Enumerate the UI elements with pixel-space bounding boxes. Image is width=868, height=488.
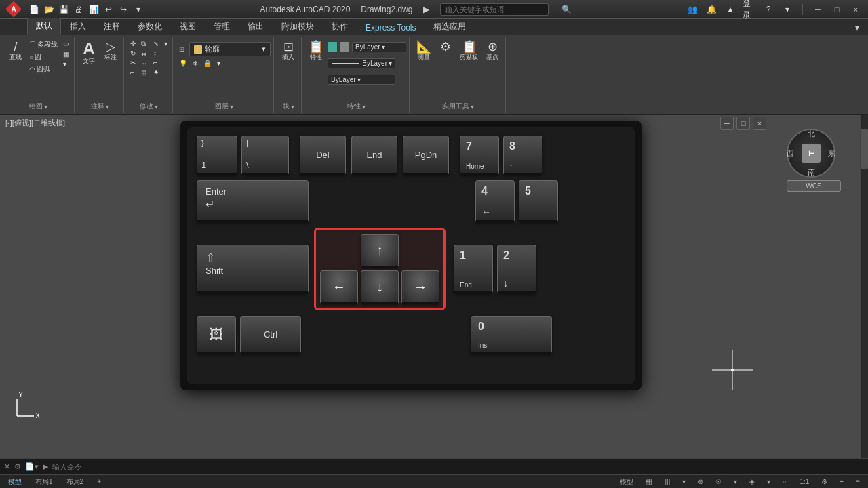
measure-button[interactable]: 📐 测量 [414, 39, 434, 63]
tab-view[interactable]: 视图 [171, 18, 205, 35]
group-annotate-label[interactable]: 注释▾ [79, 100, 121, 113]
view-close-button[interactable]: × [753, 117, 766, 130]
notification-button[interactable]: 🔔 [705, 3, 718, 16]
polyline-button[interactable]: ⌒多段线 [27, 39, 60, 50]
undo-button[interactable]: ↩ [102, 3, 115, 16]
update-button[interactable]: ▲ [724, 3, 737, 16]
tab-express[interactable]: Express Tools [357, 20, 425, 35]
scrollbar-thumb[interactable] [861, 129, 868, 169]
polar-button[interactable]: ☉ [711, 476, 726, 487]
layer-more[interactable]: ▾ [215, 59, 222, 68]
scale-button[interactable]: ⤡ [151, 39, 161, 48]
tab-addins[interactable]: 附加模块 [273, 18, 323, 35]
utility2-button[interactable]: ⚙ [435, 39, 456, 54]
ortho-button[interactable]: ⊕ [694, 476, 707, 487]
rect-button[interactable]: ▭ [61, 39, 71, 48]
tab-output[interactable]: 输出 [239, 18, 273, 35]
tab-model[interactable]: 模型 [4, 476, 26, 487]
bylayer-lineweight[interactable]: ByLayer▾ [328, 75, 395, 85]
polar-options[interactable]: ▾ [730, 476, 741, 487]
layer-off-button[interactable]: 💡 [177, 59, 189, 68]
new-button[interactable]: 📄 [27, 3, 41, 16]
group-layers-label[interactable]: 图层▾ [177, 100, 271, 113]
view-maximize-button[interactable]: □ [736, 117, 750, 130]
circle-button[interactable]: ○圆 [27, 52, 60, 62]
search-input[interactable] [440, 3, 549, 16]
bylayer-linetype[interactable]: ByLayer▾ [328, 58, 395, 68]
snap-button[interactable]: ||| [660, 476, 674, 487]
tab-parametric[interactable]: 参数化 [129, 18, 171, 35]
cmd-settings-icon[interactable]: ⚙ [14, 462, 21, 471]
osnap-button[interactable]: ◈ [745, 476, 759, 487]
layer-dropdown[interactable]: 轮廓 ▾ [189, 42, 271, 56]
modify-more[interactable]: ▾ [162, 39, 170, 48]
trim-button[interactable]: ✂ [128, 58, 138, 67]
view-minimize-button[interactable]: ─ [720, 117, 734, 130]
group-properties-label[interactable]: 特性▾ [306, 100, 406, 113]
base-button[interactable]: ⊕ 基点 [482, 39, 502, 63]
move-button[interactable]: ✛ [128, 39, 138, 48]
group-draw-label[interactable]: 绘图▾ [5, 100, 71, 113]
layer-properties-button[interactable]: ⊞ [177, 45, 186, 54]
model-space-button[interactable]: 模型 [616, 476, 637, 487]
draw-more[interactable]: ▾ [61, 60, 71, 68]
key-arrow-down[interactable]: ↓ [361, 270, 399, 304]
snap-options[interactable]: ▾ [678, 476, 690, 487]
ribbon-options[interactable]: ▾ [846, 20, 868, 35]
compass-center-button[interactable]: ⊢ [802, 144, 821, 163]
bylayer-color[interactable]: ByLayer▾ [352, 42, 406, 52]
fillet-button[interactable]: ⌐ [128, 68, 138, 77]
minimize-button[interactable]: ─ [811, 3, 825, 16]
settings-button[interactable]: ⚙ [817, 476, 831, 487]
group-modify-label[interactable]: 修改▾ [128, 100, 170, 113]
rotate-button[interactable]: ↻ [128, 49, 138, 58]
saveall-button[interactable]: 🖨 [72, 3, 85, 16]
search-icon[interactable]: 🔍 [559, 3, 573, 16]
close-button[interactable]: × [849, 3, 863, 16]
plot-button[interactable]: 📊 [87, 3, 100, 16]
array-button[interactable]: ⊞ [139, 68, 150, 77]
copy-button[interactable]: ⧉ [139, 39, 150, 49]
tab-layout2[interactable]: 布局2 [62, 476, 88, 487]
vertical-scrollbar[interactable] [860, 115, 868, 458]
key-arrow-right[interactable]: → [401, 270, 439, 304]
command-input[interactable] [52, 463, 864, 471]
tab-insert[interactable]: 插入 [61, 18, 95, 35]
explode-button[interactable]: ✦ [151, 68, 161, 77]
redo-button[interactable]: ↪ [117, 3, 130, 16]
clipboard-button[interactable]: 📋 剪贴板 [457, 39, 481, 63]
osnap-options[interactable]: ▾ [763, 476, 774, 487]
scale-display[interactable]: 1:1 [795, 476, 813, 487]
layer-lock-button[interactable]: 🔒 [201, 59, 214, 68]
command-line[interactable]: ✕ ⚙ 📄▾ ▶ [0, 458, 868, 474]
insert-button[interactable]: ⊡ 插入 [278, 39, 298, 63]
group-utilities-label[interactable]: 实用工具▾ [414, 100, 502, 113]
save-button[interactable]: 💾 [57, 3, 71, 16]
wcs-label[interactable]: WCS [787, 180, 841, 192]
cmd-arrow-icon[interactable]: ▶ [43, 462, 48, 471]
drawing-area[interactable]: [-][俯视][二维线框] ─ □ × 北 南 东 西 ⊢ WCS } [0, 115, 868, 458]
chamfer-button[interactable]: ⌐ [151, 58, 161, 67]
properties-button[interactable]: 📋 特性 [306, 39, 326, 87]
key-arrow-left[interactable]: ← [320, 270, 358, 304]
tab-annotate[interactable]: 注释 [95, 18, 129, 35]
mirror-button[interactable]: ⇔ [139, 49, 150, 58]
text-button[interactable]: A 文字 [79, 39, 99, 67]
cmd-log-icon[interactable]: 📄▾ [25, 462, 39, 471]
grid-button[interactable]: 栅 [642, 476, 656, 487]
group-block-label[interactable]: 块▾ [278, 100, 298, 113]
tab-layout1[interactable]: 布局1 [31, 476, 57, 487]
extend-button[interactable]: ↔ [139, 59, 150, 68]
maximize-button[interactable]: □ [830, 3, 844, 16]
tab-collaborate[interactable]: 协作 [323, 18, 357, 35]
mark-button[interactable]: ▷ 标注 [100, 39, 121, 63]
status-menu[interactable]: ≡ [852, 476, 864, 487]
layer-freeze-button[interactable]: ❄ [191, 59, 200, 68]
arc-button[interactable]: ◠圆弧 [27, 64, 60, 75]
help-button[interactable]: ? [762, 3, 775, 16]
qat-expand[interactable]: ▾ [132, 3, 145, 16]
hatch-button[interactable]: ▦ [61, 49, 71, 58]
login-button[interactable]: 登录 [743, 3, 756, 16]
more-button[interactable]: ▾ [781, 3, 794, 16]
open-button[interactable]: 📂 [42, 3, 56, 16]
